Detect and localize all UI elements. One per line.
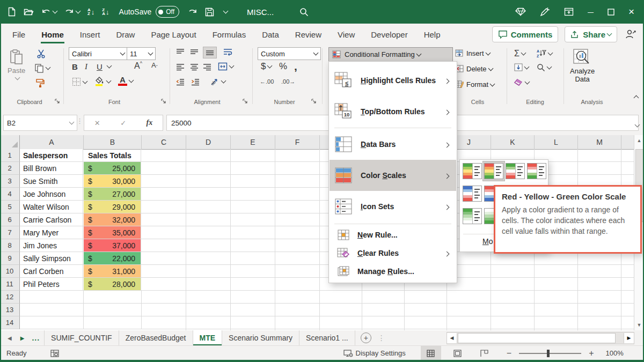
cell-b9[interactable]: $22,000 bbox=[84, 252, 141, 264]
sort-filter-button[interactable]: AZ bbox=[537, 49, 552, 58]
cell-a5[interactable]: Walter Wilson bbox=[20, 201, 83, 213]
font-size-select[interactable]: 11 bbox=[127, 47, 156, 60]
row-header[interactable]: 14 bbox=[0, 316, 20, 329]
tab-file[interactable]: File bbox=[4, 24, 33, 45]
color-scale-red-white-green[interactable] bbox=[525, 161, 548, 181]
col-header-l[interactable]: L bbox=[535, 135, 578, 150]
row-header[interactable]: 4 bbox=[0, 188, 20, 201]
maximize-button[interactable] bbox=[608, 9, 614, 16]
percent-style-button[interactable]: % bbox=[279, 61, 287, 72]
redo-quick-icon[interactable] bbox=[188, 8, 197, 16]
underline-dropdown-icon[interactable] bbox=[105, 65, 111, 68]
cell-b8[interactable]: $37,000 bbox=[84, 239, 141, 252]
horizontal-scrollbar[interactable]: ◀ ▶ bbox=[447, 332, 634, 344]
align-center-icon[interactable] bbox=[190, 63, 199, 71]
open-file-icon[interactable] bbox=[24, 8, 34, 16]
row-header[interactable]: 5 bbox=[0, 201, 20, 213]
share-button[interactable]: Share bbox=[565, 26, 617, 42]
select-all-corner[interactable] bbox=[0, 135, 20, 150]
sheet-tab-scenario1[interactable]: Scenario1 ... bbox=[299, 330, 355, 345]
conditional-formatting-button[interactable]: Conditional Formatting bbox=[328, 47, 453, 62]
shrink-font-button[interactable]: Aˬ bbox=[151, 61, 158, 69]
designer-icon[interactable] bbox=[515, 8, 526, 16]
delete-cells-button[interactable]: Delete bbox=[455, 65, 493, 73]
sheet-overflow-icon[interactable]: ... bbox=[32, 334, 40, 342]
editing-pen-icon[interactable] bbox=[540, 8, 550, 17]
col-header-d[interactable]: D bbox=[186, 135, 231, 150]
comma-style-button[interactable]: , bbox=[294, 60, 297, 73]
sort-ascending-icon[interactable]: AZ↓ bbox=[87, 8, 94, 16]
cell-a6[interactable]: Carrie Carlson bbox=[20, 213, 83, 226]
cell-a1[interactable]: Salesperson bbox=[20, 149, 83, 161]
decrease-decimal-button[interactable]: .00→ bbox=[281, 78, 295, 85]
bold-button[interactable]: B bbox=[72, 62, 78, 71]
tab-formulas[interactable]: Formulas bbox=[204, 24, 254, 45]
col-header-b[interactable]: B bbox=[84, 135, 142, 150]
search-icon[interactable] bbox=[299, 8, 309, 17]
cut-icon[interactable] bbox=[36, 49, 46, 58]
clear-button[interactable] bbox=[514, 78, 529, 86]
format-painter-icon[interactable] bbox=[35, 78, 45, 88]
row-header[interactable]: 1 bbox=[0, 149, 20, 162]
zoom-out-button[interactable]: − bbox=[507, 349, 511, 358]
copy-icon[interactable] bbox=[34, 63, 50, 73]
zoom-percentage[interactable]: 100% bbox=[605, 349, 623, 357]
menu-item-data-bars[interactable]: Data Bars bbox=[330, 129, 456, 160]
quick-access-dropdown-icon[interactable] bbox=[222, 11, 228, 13]
row-header[interactable]: 10 bbox=[0, 265, 20, 278]
display-settings-button[interactable]: Display Settings bbox=[343, 349, 406, 357]
accounting-format-button[interactable]: $ bbox=[261, 61, 272, 72]
zoom-slider-thumb[interactable] bbox=[547, 350, 550, 357]
sheet-tab-scenario-summary[interactable]: Scenario Summary bbox=[222, 330, 299, 345]
increase-indent-icon[interactable] bbox=[191, 78, 200, 86]
tab-page-layout[interactable]: Page Layout bbox=[143, 24, 204, 45]
col-header-a[interactable]: A bbox=[20, 135, 84, 150]
find-select-button[interactable] bbox=[537, 63, 551, 72]
row-header[interactable]: 2 bbox=[0, 162, 20, 175]
clipboard-dialog-launcher-icon[interactable] bbox=[55, 99, 60, 104]
ribbon-display-options-icon[interactable] bbox=[564, 8, 574, 16]
save-icon[interactable] bbox=[205, 8, 214, 17]
decrease-indent-icon[interactable] bbox=[176, 78, 185, 86]
more-rules-item[interactable]: Mo bbox=[482, 237, 493, 246]
align-bottom-icon[interactable] bbox=[203, 47, 217, 58]
cell-a7[interactable]: Mary Myer bbox=[20, 226, 83, 239]
italic-button[interactable]: I bbox=[85, 62, 87, 71]
cell-b1[interactable]: Sales Totals bbox=[84, 149, 141, 161]
collapse-ribbon-icon[interactable] bbox=[632, 98, 638, 100]
sign-in-person-icon[interactable] bbox=[625, 29, 636, 40]
align-right-icon[interactable] bbox=[203, 63, 211, 71]
cell-a4[interactable]: Joe Johnson bbox=[20, 188, 83, 200]
cell-b3[interactable]: $30,000 bbox=[84, 175, 141, 187]
menu-item-color-scales[interactable]: Color Scales bbox=[330, 160, 456, 191]
cell-b6[interactable]: $32,000 bbox=[84, 213, 141, 226]
col-header-m[interactable]: M bbox=[578, 135, 621, 150]
cell-a3[interactable]: Sue Smith bbox=[20, 175, 83, 187]
cell-b5[interactable]: $29,000 bbox=[84, 201, 141, 213]
menu-item-manage-rules[interactable]: Manage Rules... bbox=[330, 262, 456, 280]
cell-b4[interactable]: $27,000 bbox=[84, 188, 141, 200]
col-header-k[interactable]: K bbox=[491, 135, 535, 150]
align-left-icon[interactable] bbox=[176, 63, 185, 71]
close-button[interactable]: × bbox=[628, 6, 634, 18]
menu-item-clear-rules[interactable]: Clear Rules bbox=[330, 244, 456, 262]
cancel-icon[interactable]: ✕ bbox=[94, 119, 100, 127]
minimize-button[interactable]: ─ bbox=[588, 8, 594, 17]
col-header-c[interactable]: C bbox=[142, 135, 186, 150]
row-header[interactable]: 7 bbox=[0, 226, 20, 239]
page-break-view-button[interactable] bbox=[474, 346, 495, 360]
analyze-data-button[interactable]: Analyze Data bbox=[570, 48, 595, 83]
tab-help[interactable]: Help bbox=[416, 24, 449, 45]
cell-a9[interactable]: Sally Simpson bbox=[20, 252, 83, 264]
autosum-button[interactable]: Σ bbox=[514, 49, 525, 58]
align-middle-icon[interactable] bbox=[190, 48, 199, 56]
font-dialog-launcher-icon[interactable] bbox=[161, 99, 166, 104]
sheet-tab-mte[interactable]: MTE bbox=[193, 330, 223, 345]
row-header[interactable]: 6 bbox=[0, 213, 20, 226]
cell-a10[interactable]: Carl Corben bbox=[20, 265, 83, 277]
sheet-tab-zerobasedbudget[interactable]: ZeroBasedBudget bbox=[119, 330, 193, 345]
format-cells-button[interactable]: Format bbox=[455, 80, 494, 88]
tab-insert[interactable]: Insert bbox=[72, 24, 108, 45]
cell-b10[interactable]: $31,000 bbox=[84, 265, 141, 277]
cell-a2[interactable]: Bill Brown bbox=[20, 162, 83, 174]
